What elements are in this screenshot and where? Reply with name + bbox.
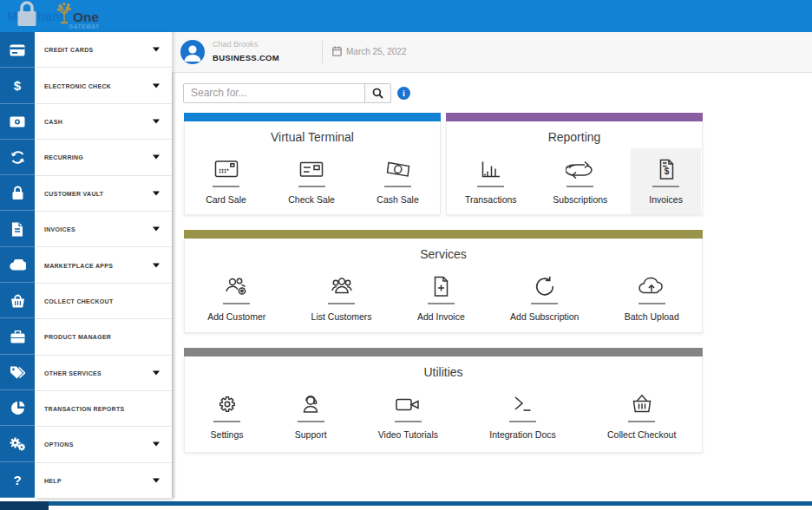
svg-text:$: $	[664, 167, 669, 176]
